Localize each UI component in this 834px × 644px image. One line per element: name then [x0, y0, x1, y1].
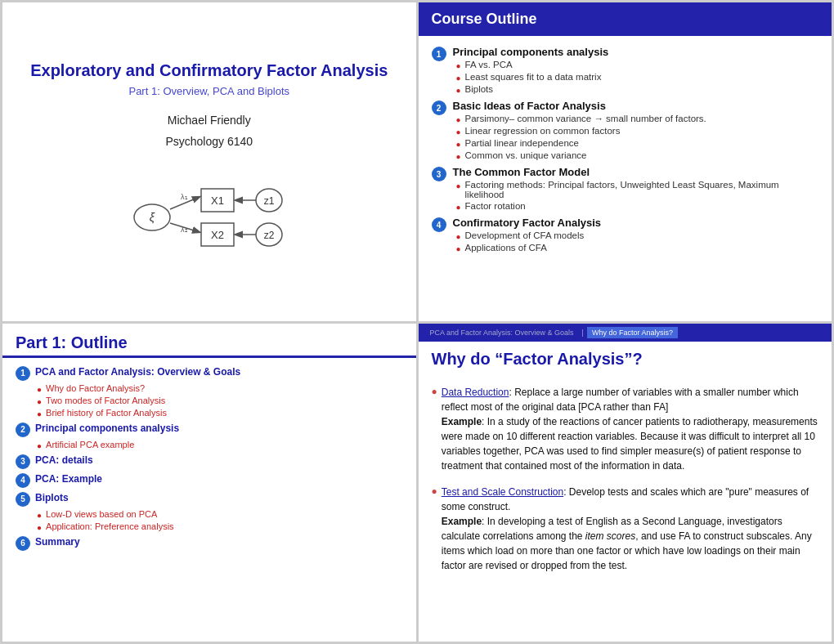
- co-arrow-icon: ●: [456, 115, 461, 124]
- co-number-2: 2: [432, 101, 446, 115]
- slide-title-text: Exploratory and Confirmatory Factor Anal…: [30, 61, 388, 80]
- outline-item-3: 3 PCA: details: [16, 454, 403, 469]
- bullet-icon: ●: [37, 511, 42, 520]
- svg-text:X2: X2: [211, 229, 224, 241]
- slide-part1-outline: Part 1: Outline 1 PCA and Factor Analysi…: [2, 324, 416, 642]
- outline-number-2: 2: [16, 423, 30, 437]
- co-sub-4-2: ● Applications of CFA: [456, 243, 819, 253]
- co-section-2-content: Basic Ideas of Factor Analysis ● Parsimo…: [453, 100, 819, 163]
- slide-course-outline-content: 1 Principal components analysis ● FA vs.…: [419, 36, 832, 321]
- path-diagram: ξ X1 X2 z1 z2 λ₁ λ₂: [119, 172, 299, 262]
- slide-subtitle: Part 1: Overview, PCA and Biplots: [128, 85, 289, 97]
- co-sub-1-3: ● Biplots: [456, 84, 819, 95]
- co-sub-3-1-text: Factoring methods: Principal factors, Un…: [465, 180, 818, 199]
- svg-text:ξ: ξ: [150, 211, 155, 224]
- co-number-3: 3: [432, 167, 446, 181]
- outline-item-1: 1 PCA and Factor Analysis: Overview & Go…: [16, 366, 403, 381]
- co-sub-2-4-text: Common vs. unique variance: [465, 150, 587, 160]
- s4-item-data-reduction: ● Data Reduction: Replace a large number…: [432, 385, 819, 473]
- co-arrow-icon: ●: [456, 61, 461, 70]
- s4-italic-item-scores: item scores: [585, 530, 635, 542]
- bullet-icon: ●: [37, 397, 42, 406]
- outline-sub-1-1-text: Why do Factor Analysis?: [46, 383, 145, 393]
- co-sub-3-1: ● Factoring methods: Principal factors, …: [456, 180, 819, 199]
- s4-link-test-scale[interactable]: Test and Scale Construction: [442, 486, 563, 498]
- slide-4-title: Why do “Factor Analysis”?: [419, 342, 832, 373]
- co-sub-1-3-text: Biplots: [465, 84, 494, 94]
- nav-breadcrumb-left: PCA and Factor Analysis: Overview & Goal…: [425, 327, 579, 338]
- co-arrow-icon: ●: [456, 244, 461, 253]
- co-arrow-icon: ●: [456, 127, 461, 136]
- slide-part1-outline-content: 1 PCA and Factor Analysis: Overview & Go…: [2, 358, 416, 642]
- co-arrow-icon: ●: [456, 203, 461, 212]
- outline-number-5: 5: [16, 492, 30, 507]
- outline-sub-5-2-text: Application: Preference analysis: [46, 521, 174, 531]
- co-sub-1-2: ● Least squares fit to a data matrix: [456, 72, 819, 83]
- slide-4-body: ● Data Reduction: Replace a large number…: [419, 373, 832, 596]
- s4-item-test-scale: ● Test and Scale Construction: Develop t…: [432, 485, 819, 573]
- co-arrow-icon: ●: [456, 152, 461, 161]
- co-arrow-icon: ●: [456, 86, 461, 95]
- co-sub-2-3: ● Partial linear independence: [456, 138, 819, 149]
- outline-sub-1-2-text: Two modes of Factor Analysis: [46, 396, 165, 405]
- co-section-1-content: Principal components analysis ● FA vs. P…: [453, 46, 819, 96]
- co-sub-1-1: ● FA vs. PCA: [456, 60, 819, 70]
- co-sub-4-2-text: Applications of CFA: [465, 243, 547, 253]
- outline-main-3-text: PCA: details: [35, 454, 93, 466]
- co-section-3-title: The Common Factor Model: [453, 166, 819, 178]
- co-arrow-icon: ●: [456, 140, 461, 149]
- s4-text-test-scale: Test and Scale Construction: Develop tes…: [442, 485, 818, 573]
- outline-main-6-text: Summary: [35, 536, 80, 548]
- co-section-3: 3 The Common Factor Model ● Factoring me…: [432, 166, 819, 213]
- outline-sub-5-1-text: Low-D views based on PCA: [46, 509, 157, 519]
- outline-number-1: 1: [16, 366, 30, 381]
- slide-course: Psychology 6140: [165, 135, 253, 148]
- nav-separator: |: [582, 329, 584, 337]
- co-sub-4-1-text: Development of CFA models: [465, 230, 585, 240]
- s4-bullet-icon-1: ●: [432, 386, 437, 397]
- slide-why-fa: PCA and Factor Analysis: Overview & Goal…: [419, 324, 832, 642]
- slide-course-outline-header: Course Outline: [419, 2, 832, 36]
- outline-item-6: 6 Summary: [16, 536, 403, 551]
- co-sub-2-2: ● Linear regression on common factors: [456, 126, 819, 136]
- outline-main-1-text: PCA and Factor Analysis: Overview & Goal…: [35, 366, 240, 378]
- outline-number-4: 4: [16, 473, 30, 488]
- bullet-icon: ●: [37, 385, 42, 394]
- co-sub-2-1: ● Parsimony– common variance → small num…: [456, 114, 819, 124]
- co-sub-2-3-text: Partial linear independence: [465, 138, 579, 148]
- svg-text:X1: X1: [211, 195, 224, 207]
- outline-number-6: 6: [16, 536, 30, 551]
- co-sub-2-1-text: Parsimony– common variance → small numbe…: [465, 114, 706, 123]
- s4-text-data-reduction: Data Reduction: Replace a large number o…: [442, 385, 818, 473]
- bullet-icon: ●: [37, 409, 42, 418]
- s4-bullet-icon-2: ●: [432, 485, 437, 497]
- s4-bold-example-2: Example: [442, 516, 482, 527]
- bullet-icon: ●: [37, 441, 42, 450]
- outline-item-4: 4 PCA: Example: [16, 473, 403, 488]
- co-sub-1-1-text: FA vs. PCA: [465, 60, 513, 69]
- co-arrow-icon: ●: [456, 74, 461, 83]
- slide-4-navbar: PCA and Factor Analysis: Overview & Goal…: [419, 324, 832, 342]
- s4-bold-example-1: Example: [442, 416, 482, 427]
- co-arrow-icon: ●: [456, 232, 461, 241]
- s4-link-data-reduction[interactable]: Data Reduction: [442, 387, 509, 398]
- outline-main-2-text: Principal components analysis: [35, 423, 179, 434]
- co-section-2-title: Basic Ideas of Factor Analysis: [453, 100, 819, 112]
- outline-item-2: 2 Principal components analysis: [16, 423, 403, 437]
- co-sub-3-2-text: Factor rotation: [465, 201, 526, 211]
- co-section-4: 4 Confirmatory Factor Analysis ● Develop…: [432, 217, 819, 255]
- svg-text:λ₁: λ₁: [181, 193, 188, 201]
- outline-sub-1-2: ● Two modes of Factor Analysis: [37, 396, 403, 406]
- co-sub-2-4: ● Common vs. unique variance: [456, 150, 819, 161]
- co-sub-4-1: ● Development of CFA models: [456, 230, 819, 241]
- svg-text:z1: z1: [263, 195, 274, 207]
- co-sub-2-2-text: Linear regression on common factors: [465, 126, 621, 136]
- outline-sub-1-1: ● Why do Factor Analysis?: [37, 383, 403, 394]
- outline-number-3: 3: [16, 454, 30, 469]
- co-section-4-content: Confirmatory Factor Analysis ● Developme…: [453, 217, 819, 255]
- slide-title: Exploratory and Confirmatory Factor Anal…: [2, 2, 416, 321]
- outline-main-4-text: PCA: Example: [35, 473, 102, 485]
- outline-sub-1-3-text: Brief history of Factor Analysis: [46, 408, 167, 418]
- slide-author: Michael Friendly: [168, 114, 251, 127]
- co-section-1-title: Principal components analysis: [453, 46, 819, 58]
